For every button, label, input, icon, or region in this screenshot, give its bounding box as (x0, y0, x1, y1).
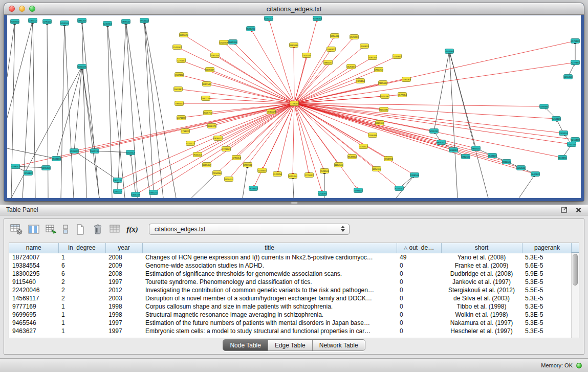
graph-edge[interactable] (144, 20, 163, 198)
graph-node[interactable]: 9122250 (273, 172, 282, 177)
graph-edge[interactable] (107, 24, 125, 198)
graph-edge[interactable] (7, 148, 56, 159)
graph-node[interactable]: 1275141 (177, 58, 186, 63)
graph-edge[interactable] (449, 51, 488, 198)
network-canvas[interactable]: 1724045118102112420431275141184711220613… (7, 15, 581, 198)
table-row[interactable]: 977716911998Corpus callosum shape and si… (9, 302, 572, 311)
graph-edge[interactable] (179, 75, 294, 103)
graph-node[interactable]: 7625412 (193, 152, 202, 157)
table-row[interactable]: 2242004622012Investigating the contribut… (9, 286, 572, 294)
graph-node[interactable]: 1184204 (211, 53, 220, 58)
graph-node[interactable]: 9154081 (380, 107, 388, 112)
graph-edge[interactable] (7, 20, 33, 118)
graph-node[interactable]: 1981071 (324, 60, 333, 65)
graph-edge[interactable] (56, 67, 82, 159)
graph-node[interactable]: 1181021 (180, 33, 188, 37)
graph-node[interactable]: 2533604 (11, 19, 19, 24)
graph-node[interactable]: 1012450 (289, 174, 297, 179)
graph-edge[interactable] (74, 103, 294, 151)
graph-edge[interactable] (82, 67, 99, 198)
import-table-button[interactable] (44, 223, 58, 236)
graph-node[interactable]: 1575712 (359, 144, 368, 149)
table-row[interactable]: 946554611997Estimation of the future num… (9, 319, 572, 327)
graph-edge[interactable] (107, 24, 112, 198)
graph-edge[interactable] (33, 20, 35, 198)
graph-node[interactable]: 1723941 (222, 147, 231, 151)
table-options-button[interactable] (9, 223, 23, 236)
graph-edge[interactable] (294, 36, 335, 103)
graph-node[interactable]: 1750212 (375, 68, 383, 72)
graph-edge[interactable] (294, 103, 324, 171)
zoom-window-icon[interactable] (29, 6, 35, 12)
graph-edge[interactable] (215, 55, 294, 103)
tab-edge-table[interactable]: Edge Table (268, 340, 313, 351)
graph-node[interactable]: 7850831 (360, 44, 369, 49)
graph-node[interactable]: 1906112 (175, 101, 184, 106)
function-builder-button[interactable]: f(x) (125, 223, 139, 236)
graph-edge[interactable] (294, 103, 521, 168)
graph-edge[interactable] (7, 21, 15, 77)
column-header[interactable]: pagerank (522, 243, 572, 253)
graph-edge[interactable] (226, 103, 294, 149)
table-row[interactable]: 1872400712008Changes of HCN gene express… (9, 253, 572, 261)
graph-edge[interactable] (136, 103, 294, 194)
graph-node[interactable]: 7931021 (472, 146, 481, 151)
graph-node[interactable]: 1619457 (203, 163, 211, 167)
graph-edge[interactable] (294, 41, 575, 103)
graph-node[interactable]: 1210453 (571, 138, 580, 142)
graph-node[interactable]: 1626151 (347, 64, 356, 69)
graph-node[interactable]: 2051023 (78, 64, 86, 69)
graph-node[interactable]: 1830029 (267, 110, 276, 114)
graph-node[interactable]: 1830021 (214, 136, 223, 141)
graph-node[interactable]: 1944784 (445, 49, 454, 54)
graph-node[interactable]: 6791231 (430, 129, 439, 134)
graph-node[interactable]: 1103451 (558, 156, 567, 160)
graph-node[interactable]: 9225121 (186, 141, 195, 146)
graph-node[interactable]: 7623451 (249, 186, 258, 191)
graph-node[interactable]: 1503151 (52, 157, 61, 161)
graph-node[interactable]: 1193312 (29, 18, 37, 23)
vertical-scrollbar[interactable] (571, 253, 579, 338)
graph-node[interactable]: 1905132 (114, 178, 122, 183)
graph-node[interactable]: 1275847 (206, 68, 214, 72)
select-rows-button[interactable] (61, 223, 70, 236)
graph-node[interactable]: 1235412 (114, 189, 122, 194)
graph-node[interactable]: 1854931 (384, 157, 393, 161)
graph-node[interactable]: 1254431 (331, 34, 339, 38)
graph-edge[interactable] (126, 21, 150, 198)
graph-node[interactable]: 1320181 (302, 53, 311, 58)
graph-node[interactable]: 1454103 (132, 192, 140, 197)
graph-edge[interactable] (47, 21, 48, 198)
graph-node[interactable]: 1094512 (449, 148, 458, 152)
graph-node[interactable]: 8183043 (313, 16, 322, 21)
graph-node[interactable]: 1245310 (103, 21, 112, 26)
minimize-window-icon[interactable] (19, 6, 25, 12)
graph-node[interactable]: 1843121 (488, 154, 497, 158)
graph-edge[interactable] (11, 21, 15, 198)
graph-node[interactable]: 7485083 (379, 81, 387, 85)
graph-node[interactable]: 8549312 (348, 155, 357, 159)
graph-node[interactable]: 1321612 (376, 121, 384, 125)
graph-node[interactable]: 1505131 (91, 149, 99, 154)
graph-edge[interactable] (294, 103, 415, 175)
graph-edge[interactable] (294, 103, 453, 150)
graph-edge[interactable] (82, 20, 86, 198)
scrollbar-thumb[interactable] (573, 254, 578, 286)
new-table-button[interactable] (73, 223, 87, 236)
graph-node[interactable]: 9245012 (395, 186, 404, 191)
column-header[interactable]: year (105, 243, 142, 253)
graph-edge[interactable] (191, 173, 217, 198)
graph-edge[interactable] (11, 67, 82, 198)
network-graph-svg[interactable]: 1724045118102112420431275141184711220613… (7, 15, 581, 198)
graph-edge[interactable] (118, 103, 294, 191)
graph-edge[interactable] (177, 47, 294, 103)
rename-table-button[interactable] (108, 223, 122, 236)
graph-node[interactable]: 9579431 (571, 39, 580, 43)
graph-node[interactable]: 1081547 (203, 82, 211, 86)
graph-edge[interactable] (126, 21, 138, 198)
memory-status-icon[interactable] (576, 363, 582, 368)
table-row[interactable]: 911546021997Tourette syndrome. Phenomeno… (9, 278, 572, 286)
graph-edge[interactable] (218, 103, 294, 138)
graph-node[interactable]: 1595834 (540, 104, 549, 109)
graph-node[interactable]: 9571231 (247, 27, 255, 31)
